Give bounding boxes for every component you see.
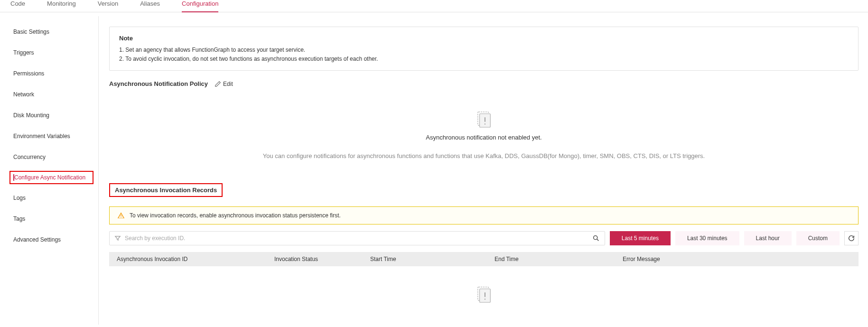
table-header: Asynchronous Invocation ID Invocation St…: [109, 252, 859, 266]
main-content: Note 1. Set an agency that allows Functi…: [99, 16, 868, 325]
note-box: Note 1. Set an agency that allows Functi…: [109, 27, 859, 71]
time-custom-button[interactable]: Custom: [796, 231, 840, 245]
tab-configuration[interactable]: Configuration: [182, 0, 218, 12]
warning-text: To view invocation records, enable async…: [130, 212, 341, 219]
tab-monitoring[interactable]: Monitoring: [47, 0, 76, 12]
svg-point-9: [484, 299, 485, 300]
time-30min-button[interactable]: Last 30 minutes: [675, 231, 739, 245]
sidebar-item-env[interactable]: Environment Variables: [5, 129, 98, 143]
note-line-1: 1. Set an agency that allows FunctionGra…: [119, 46, 849, 55]
sidebar-item-async[interactable]: Configure Async Notification: [13, 174, 90, 181]
svg-point-4: [594, 236, 597, 240]
edit-label: Edit: [223, 81, 233, 87]
search-box[interactable]: [109, 231, 605, 245]
records-title: Asynchronous Invocation Records: [115, 187, 217, 194]
policy-empty-desc: You can configure notifications for asyn…: [109, 152, 859, 159]
col-status: Invocation Status: [271, 256, 367, 262]
tab-aliases[interactable]: Aliases: [140, 0, 160, 12]
warning-icon: [117, 212, 125, 219]
records-highlight-box: Asynchronous Invocation Records: [109, 183, 223, 197]
svg-line-5: [597, 239, 598, 241]
policy-empty: Asynchronous notification not enabled ye…: [109, 97, 859, 164]
time-5min-button[interactable]: Last 5 minutes: [610, 231, 671, 245]
sidebar-item-network[interactable]: Network: [5, 87, 98, 102]
svg-point-3: [484, 124, 485, 125]
filter-icon: [114, 235, 121, 242]
sidebar-item-basic[interactable]: Basic Settings: [5, 25, 98, 39]
empty-icon: [475, 285, 493, 303]
sidebar-item-permissions[interactable]: Permissions: [5, 66, 98, 81]
top-tabs: Code Monitoring Version Aliases Configur…: [0, 0, 868, 12]
sidebar-item-concurrency[interactable]: Concurrency: [5, 150, 98, 164]
col-end: End Time: [492, 256, 620, 262]
warning-box: To view invocation records, enable async…: [109, 206, 859, 224]
edit-button[interactable]: Edit: [215, 81, 233, 87]
policy-title: Asynchronous Notification Policy: [109, 80, 208, 87]
col-invocation-id: Asynchronous Invocation ID: [114, 256, 271, 262]
sidebar-item-advanced[interactable]: Advanced Settings: [5, 233, 98, 247]
tab-version[interactable]: Version: [98, 0, 118, 12]
sidebar-highlight-box: Configure Async Notification: [9, 171, 93, 184]
col-error: Error Message: [620, 256, 854, 262]
pencil-icon: [215, 81, 221, 87]
time-1hour-button[interactable]: Last hour: [744, 231, 792, 245]
sidebar-item-triggers[interactable]: Triggers: [5, 46, 98, 60]
note-line-2: 2. To avoid cyclic invocation, do not se…: [119, 55, 849, 64]
col-start: Start Time: [367, 256, 492, 262]
tab-code[interactable]: Code: [10, 0, 25, 12]
sidebar-item-disk[interactable]: Disk Mounting: [5, 108, 98, 122]
note-title: Note: [119, 35, 849, 42]
sidebar-item-logs[interactable]: Logs: [5, 191, 98, 205]
empty-icon: [475, 110, 493, 128]
table-empty: [109, 266, 859, 303]
sidebar: Basic Settings Triggers Permissions Netw…: [5, 16, 99, 325]
sidebar-item-tags[interactable]: Tags: [5, 212, 98, 226]
refresh-button[interactable]: [844, 231, 859, 245]
search-input[interactable]: [121, 235, 592, 242]
refresh-icon: [848, 234, 855, 242]
search-icon[interactable]: [592, 234, 600, 242]
policy-empty-text: Asynchronous notification not enabled ye…: [109, 134, 859, 141]
